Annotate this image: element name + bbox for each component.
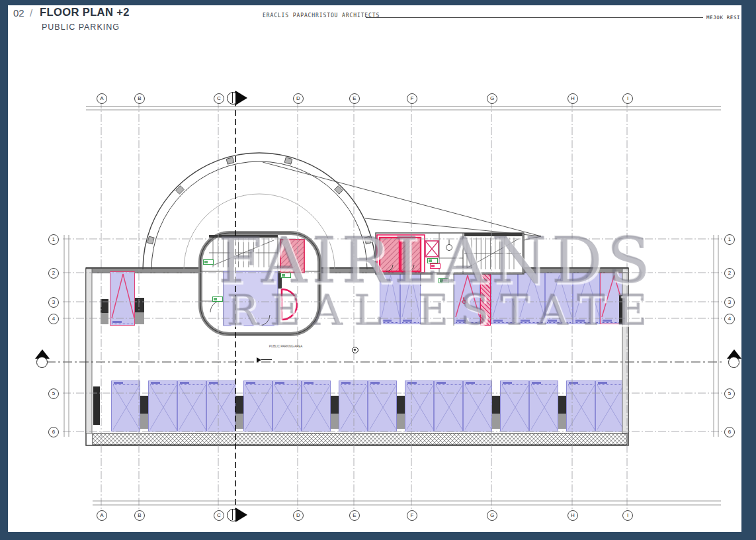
door-tag-red — [430, 263, 441, 269]
grid-marker-col-E-bottom: E — [349, 510, 360, 521]
grid-marker-row-1-right: 1 — [724, 234, 735, 245]
grid-marker-row-3-right: 3 — [724, 297, 735, 308]
grid-marker-col-B-top: B — [134, 93, 145, 104]
sheet-number: 02 — [13, 7, 24, 19]
level-marker-icon — [257, 357, 261, 363]
grid-marker-col-D-bottom: D — [293, 510, 304, 521]
grid-marker-col-C-bottom: C — [214, 510, 224, 521]
grid-marker-row-4-right: 4 — [724, 314, 735, 324]
door-tag-green — [203, 259, 214, 265]
grid-marker-row-2-right: 2 — [724, 268, 735, 279]
page-border-left — [0, 0, 8, 540]
grid-marker-col-A-top: A — [97, 93, 107, 104]
grid-marker-col-E-top: E — [349, 93, 360, 104]
header-rule — [366, 17, 703, 18]
grid-marker-col-G-bottom: G — [487, 510, 497, 521]
architect-name: ERACLIS PAPACHRISTOU ARCHITECTS — [263, 13, 380, 19]
grid-marker-col-H-top: H — [567, 93, 578, 104]
grid-marker-row-6-right: 6 — [724, 427, 735, 437]
grid-marker-col-C-top: C — [214, 93, 224, 104]
sheet-title: FLOOR PLAN +2 — [40, 6, 130, 19]
page-border-right — [741, 0, 756, 540]
area-note: PUBLIC PARKING AREA — [233, 345, 339, 349]
sheet-separator: / — [30, 7, 32, 19]
grid-marker-row-6-left: 6 — [48, 427, 59, 437]
grid-marker-col-F-top: F — [407, 93, 417, 104]
grid-marker-col-I-bottom: I — [622, 510, 633, 521]
grid-marker-row-4-left: 4 — [48, 314, 59, 324]
grid-marker-row-2-left: 2 — [48, 268, 59, 279]
door-tag-green — [439, 278, 449, 283]
level-marker-line — [261, 359, 272, 360]
grid-marker-col-G-top: G — [487, 93, 497, 104]
grid-marker-row-3-left: 3 — [48, 297, 59, 308]
door-tag-green — [280, 273, 291, 278]
project-name: MEJOK RESI — [706, 15, 741, 21]
grid-marker-col-A-bottom: A — [97, 510, 107, 521]
drawing-sheet: 02 / FLOOR PLAN +2 PUBLIC PARKING ERACLI… — [0, 0, 756, 540]
page-border-bottom — [0, 532, 756, 540]
grid-marker-col-D-top: D — [293, 93, 304, 104]
grid-marker-row-1-left: 1 — [48, 234, 59, 245]
sheet-subtitle: PUBLIC PARKING — [42, 22, 120, 32]
grid-marker-col-H-bottom: H — [567, 510, 578, 521]
survey-point-icon — [352, 347, 358, 353]
plan-tags-layer — [0, 0, 756, 540]
grid-marker-col-I-top: I — [622, 93, 633, 104]
door-tag-green — [427, 258, 438, 263]
page-border-top — [0, 0, 756, 5]
grid-marker-col-B-bottom: B — [134, 510, 145, 521]
grid-marker-row-5-left: 5 — [48, 388, 59, 399]
grid-marker-row-5-right: 5 — [724, 388, 735, 399]
grid-marker-col-F-bottom: F — [407, 510, 417, 521]
door-tag-green — [212, 296, 223, 302]
